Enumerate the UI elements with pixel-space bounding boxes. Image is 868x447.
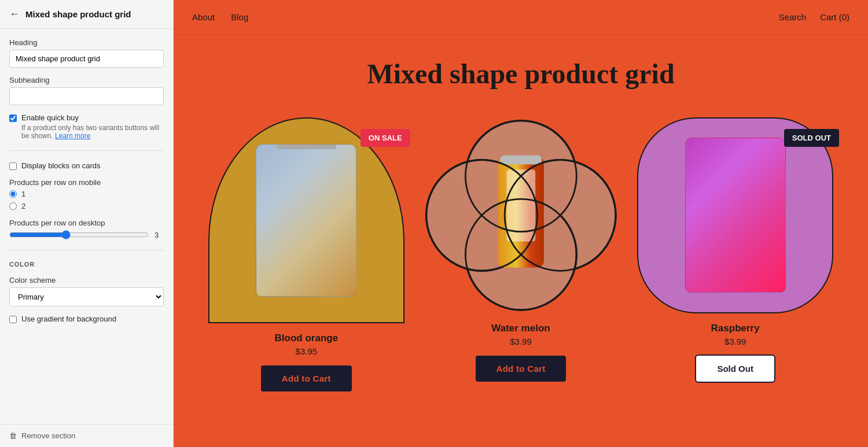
nav-cart[interactable]: Cart (0) [820, 12, 849, 22]
color-scheme-group: Color scheme Primary Secondary [9, 276, 164, 306]
gradient-checkbox[interactable] [9, 316, 17, 323]
display-blocks-row: Display blocks on cards [9, 161, 164, 170]
learn-more-link[interactable]: Learn more [55, 132, 90, 140]
product-badge-1: ON SALE [361, 129, 410, 147]
quick-buy-desc: If a product only has two variants butto… [21, 124, 164, 140]
product-shape-flower [423, 117, 619, 313]
divider-2 [9, 250, 164, 250]
svg-rect-11 [500, 155, 542, 164]
display-blocks-checkbox[interactable] [9, 162, 17, 170]
heading-field-group: Heading [9, 38, 164, 68]
quick-buy-group: Enable quick buy If a product only has t… [9, 113, 164, 140]
desktop-slider-value: 3 [155, 231, 164, 239]
product-card-2: Water melon $3.99 Add to Cart [423, 117, 619, 393]
sidebar-header: ← Mixed shape product grid [0, 0, 173, 29]
product-image-wrap-1: ON SALE [208, 117, 404, 323]
desktop-products-label: Products per row on desktop [9, 219, 164, 227]
sold-out-button-3: Sold Out [695, 354, 775, 383]
back-arrow-icon[interactable]: ← [9, 8, 20, 20]
product-grid: ON SALE Blood orange $3.95 Add to Cart [208, 117, 833, 393]
remove-section-button[interactable]: 🗑 Remove section [0, 424, 173, 447]
sidebar: ← Mixed shape product grid Heading Subhe… [0, 0, 174, 447]
mobile-radio-1[interactable]: 1 [9, 190, 164, 198]
mobile-products-label: Products per row on mobile [9, 178, 164, 187]
product-name-1: Blood orange [275, 333, 339, 344]
product-shape-arch [208, 117, 404, 323]
product-card-1: ON SALE Blood orange $3.95 Add to Cart [208, 117, 404, 393]
product-name-3: Raspberry [711, 323, 760, 334]
product-price-2: $3.99 [510, 337, 532, 346]
nav-right: Search Cart (0) [779, 12, 849, 22]
quick-buy-checkbox-row: Enable quick buy If a product only has t… [9, 113, 164, 140]
gradient-label: Use gradient for background [21, 315, 116, 323]
nav-left: About Blog [192, 12, 248, 22]
display-blocks-label: Display blocks on cards [21, 161, 101, 170]
product-image-wrap-2 [423, 117, 619, 313]
quick-buy-label: Enable quick buy [21, 113, 164, 122]
nav-search[interactable]: Search [779, 12, 807, 22]
product-can-image-3 [685, 138, 786, 293]
product-name-2: Water melon [491, 323, 550, 334]
trash-icon: 🗑 [9, 431, 17, 440]
heading-label: Heading [9, 38, 164, 47]
subheading-input[interactable] [9, 87, 164, 105]
product-price-1: $3.95 [296, 346, 318, 356]
product-image-wrap-3: SOLD OUT [637, 117, 833, 313]
mobile-products-group: Products per row on mobile 1 2 [9, 178, 164, 210]
product-badge-3: SOLD OUT [784, 129, 839, 147]
desktop-products-slider[interactable] [9, 230, 149, 239]
top-nav: About Blog Search Cart (0) [174, 0, 868, 35]
add-to-cart-button-2[interactable]: Add to Cart [475, 354, 568, 383]
color-scheme-label: Color scheme [9, 276, 164, 285]
divider-1 [9, 150, 164, 151]
mobile-radio-group: 1 2 [9, 190, 164, 210]
quick-buy-checkbox[interactable] [9, 114, 17, 122]
desktop-slider-row: 3 [9, 230, 164, 239]
desktop-products-group: Products per row on desktop 3 [9, 219, 164, 239]
section-heading: Mixed shape product grid [208, 58, 833, 90]
color-scheme-select[interactable]: Primary Secondary [9, 287, 164, 306]
nav-blog[interactable]: Blog [231, 12, 248, 22]
product-card-3: SOLD OUT Raspberry $3.99 Sold Out [637, 117, 833, 393]
heading-input[interactable] [9, 50, 164, 68]
product-price-3: $3.99 [724, 337, 746, 346]
add-to-cart-button-1[interactable]: Add to Cart [260, 364, 353, 393]
nav-about[interactable]: About [192, 12, 215, 22]
product-can-image-1 [256, 144, 356, 297]
subheading-label: Subheading [9, 76, 164, 84]
color-section-title: COLOR [9, 261, 164, 268]
gradient-row: Use gradient for background [9, 315, 164, 323]
subheading-field-group: Subheading [9, 76, 164, 105]
sidebar-title: Mixed shape product grid [25, 9, 131, 19]
remove-section-label: Remove section [21, 431, 75, 440]
mobile-radio-2[interactable]: 2 [9, 202, 164, 210]
sidebar-body: Heading Subheading Enable quick buy If a… [0, 29, 173, 333]
product-section: Mixed shape product grid ON SALE Blood o… [174, 35, 868, 447]
main-content: About Blog Search Cart (0) Mixed shape p… [174, 0, 868, 447]
